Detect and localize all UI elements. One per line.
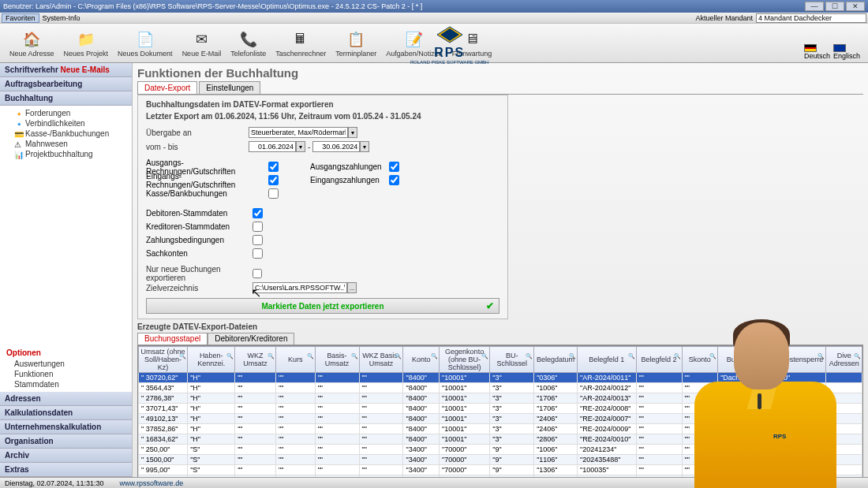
sort-icon: 🔍 [179,353,186,359]
table-row[interactable]: " 250,00""S""""""""""3400""70000""9""100… [139,445,862,455]
cb2-Eingangs[interactable] [389,175,399,185]
col-2[interactable]: WKZ Umsatz🔍 [235,347,276,373]
statusbar: Dienstag, 02.07.2024, 11:31:30 www.rpsso… [0,477,868,488]
table-row[interactable]: " 850,00""S""""""""""3400""70000""9""170… [139,475,862,478]
sort-icon: 🔍 [268,353,275,359]
sidebar-adressen[interactable]: Adressen [0,392,132,406]
rps-logo: RPS ROLAND PISKE SOFTWARE GMBH [410,24,488,65]
col-15[interactable]: Dive Adressen🔍 [826,347,862,373]
cell [826,393,862,404]
sidebar-schriftverkehr[interactable]: Schriftverkehr Neue E-Mails [0,63,132,77]
flag-de-icon[interactable] [804,44,817,52]
cb-Kreditor[interactable] [253,222,263,232]
table-row[interactable]: " 37071,43""H""""""""""8400""10001""3""1… [139,404,862,414]
cb-Zahlungs[interactable] [253,235,263,245]
date-to-picker[interactable]: ▾ [360,141,369,152]
toolbar-neue-e-mail[interactable]: ✉Neue E-Mail [178,28,226,59]
table-row[interactable]: " 995,00""S""""""""""3400""70000""9""130… [139,465,862,475]
subtab-buchungsstapel[interactable]: Buchungsstapel [137,333,208,345]
minimize-button[interactable]: — [805,2,824,11]
col-13[interactable]: Buchungstext🔍 [718,347,779,373]
table-row[interactable]: " 49102,13""H""""""""""8400""10001""3""2… [139,414,862,424]
opt-funktionen[interactable]: Funktionen [6,369,125,379]
menu-favoriten[interactable]: Favoriten [2,13,39,23]
close-button[interactable]: ✕ [846,2,865,11]
col-8[interactable]: BU-Schlüssel🔍 [490,347,534,373]
subtab-debitoren[interactable]: Debitoren/Kreditoren [208,333,294,345]
cell [718,465,779,475]
col-9[interactable]: Belegdatum🔍 [534,347,578,373]
nurneue-checkbox[interactable] [253,269,262,278]
zielv-browse[interactable]: ... [347,282,357,293]
cb-Debitore[interactable] [253,208,263,218]
opt-stammdaten[interactable]: Stammdaten [6,379,125,389]
zielv-input[interactable] [253,282,347,293]
cb-Kasse/Ba[interactable] [268,188,279,199]
table-row[interactable]: " 37852,86""H""""""""""8400""10001""3""2… [139,424,862,434]
col-11[interactable]: Belegfeld 2🔍 [636,347,682,373]
date-to-input[interactable] [312,141,360,152]
sidebar-extras[interactable]: Extras [0,463,132,477]
sidebar-auftragsbearbeitung[interactable]: Auftragsbearbeitung [0,77,132,91]
cb2-Ausgangs[interactable] [389,162,399,172]
lang-en[interactable]: Englisch [833,52,860,60]
grid[interactable]: Umsatz (ohne Soll/Haben-Kz)🔍Haben-Kennze… [137,345,863,477]
tree-forderungen[interactable]: 🔸Forderungen [3,108,129,118]
sidebar-unternehmenskalkulation[interactable]: Unternehmenskalkulation [0,420,132,434]
col-10[interactable]: Belegfeld 1🔍 [578,347,637,373]
uebergabe-dropdown[interactable]: ▾ [348,127,357,138]
tab-datev-export[interactable]: Datev-Export [137,81,197,94]
flag-en-icon[interactable] [833,44,846,52]
uebergabe-input[interactable] [249,127,348,138]
tree-projektbuchhaltung[interactable]: 📊Projektbuchhaltung [3,149,129,159]
toolbar-neue-adresse[interactable]: 🏠Neue Adresse [5,28,59,59]
toolbar-telefonliste[interactable]: 📞Telefonliste [226,28,271,59]
tree-mahnwesen[interactable]: ⚠Mahnwesen [3,139,129,149]
table-row[interactable]: " 2786,38""H""""""""""8400""10001""3""17… [139,393,862,404]
cell: "Dachsanierung" [718,393,779,404]
cb-Eingangs[interactable] [268,175,279,185]
col-7[interactable]: Gegenkonto (ohne BU-Schlüssel)🔍 [440,347,490,373]
table-row[interactable]: " 3564,43""H""""""""""8400""10001""3""10… [139,383,862,393]
cell: "" [275,434,315,445]
col-1[interactable]: Haben-Kennzei.🔍 [188,347,235,373]
lang-de[interactable]: Deutsch [804,52,830,60]
table-row[interactable]: " 30720,62""H""""""""""8400""10001""3""0… [139,373,862,383]
cell [826,373,862,383]
date-from-picker[interactable]: ▾ [296,141,305,152]
maximize-button[interactable]: ☐ [825,2,844,11]
sidebar-emails[interactable]: Neue E-Mails [61,65,110,74]
col-14[interactable]: Postensperre🔍 [778,347,826,373]
sidebar-archiv[interactable]: Archiv [0,449,132,463]
col-4[interactable]: Basis-Umsatz🔍 [315,347,359,373]
toolbar-neues-dokument[interactable]: 📄Neues Dokument [113,28,178,59]
tree-verbindlichkeiten[interactable]: 🔹Verbindlichkeiten [3,118,129,129]
toolbar-taschenrechner[interactable]: 🖩Taschenrechner [271,28,331,59]
tab-einstellungen[interactable]: Einstellungen [199,81,260,94]
col-3[interactable]: Kurs🔍 [275,347,315,373]
toolbar-terminplaner[interactable]: 📋Terminplaner [331,28,381,59]
table-row[interactable]: " 1500,00""S""""""""""3400""70000""9""11… [139,455,862,465]
export-button[interactable]: Markierte Daten jetzt exportieren ✔ [146,298,499,314]
cell: "" [315,475,359,478]
col-0[interactable]: Umsatz (ohne Soll/Haben-Kz)🔍 [139,347,188,373]
sidebar-organisation[interactable]: Organisation [0,434,132,449]
tool-icon: ✉ [190,29,212,50]
cell: "20241234" [578,445,637,455]
table-row[interactable]: " 16834,62""H""""""""""8400""10001""3""2… [139,434,862,445]
menu-systeminfo[interactable]: System-Info [39,14,84,22]
col-12[interactable]: Skonto🔍 [682,347,718,373]
col-6[interactable]: Konto🔍 [403,347,440,373]
cell: "RE-2024/0009" [578,424,637,434]
cb-Ausgangs[interactable] [268,162,279,172]
toolbar-neues-projekt[interactable]: 📁Neues Projekt [59,28,114,59]
tree-kasse--bankbuchungen[interactable]: 💳Kasse-/Bankbuchungen [3,129,129,139]
col-5[interactable]: WKZ Basis-Umsatz🔍 [359,347,403,373]
cell: "" [359,465,403,475]
mandant-select[interactable]: 4 Mandant Dachdecker [756,13,866,23]
cb-Sachkont[interactable] [253,248,263,259]
opt-auswertungen[interactable]: Auswertungen [6,359,125,369]
date-from-input[interactable] [249,141,296,152]
sidebar-buchhaltung[interactable]: Buchhaltung [0,91,132,106]
sidebar-kalkulationsdaten[interactable]: Kalkulationsdaten [0,406,132,420]
